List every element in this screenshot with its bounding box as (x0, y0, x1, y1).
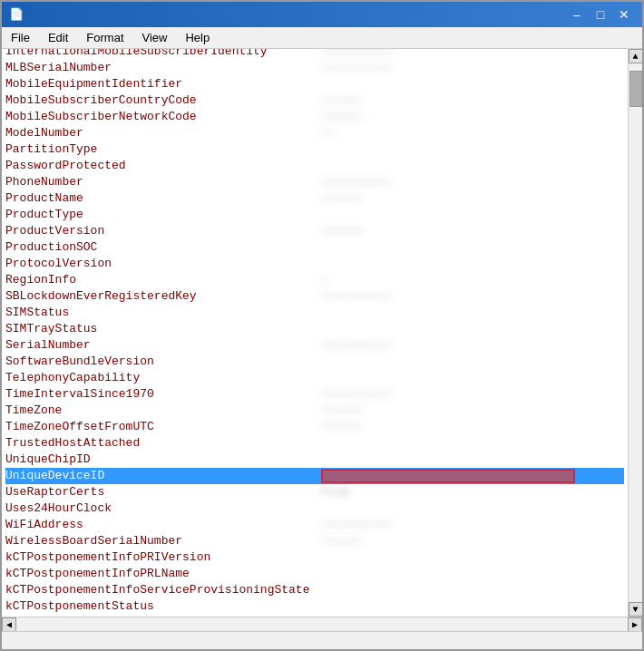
notepad-window: 📄 – □ ✕ File Edit Format View Help Inter… (0, 0, 644, 651)
line-key: MobileEquipmentIdentifier (5, 76, 314, 92)
line-key: PhoneNumber (5, 174, 314, 190)
line-key: SoftwareBundleVersion (5, 354, 314, 370)
text-line: TimeIntervalSince1970—————————— (5, 386, 624, 403)
line-value: —————————— (321, 49, 392, 60)
app-icon: 📄 (9, 7, 24, 22)
title-bar: 📄 – □ ✕ (2, 2, 642, 27)
line-key: kCTPostponementInfoServiceProvisioningSt… (5, 582, 314, 598)
line-key: SIMTrayStatus (5, 321, 314, 337)
line-value: —————— (321, 223, 364, 239)
line-value: —————— (321, 419, 364, 435)
line-value (321, 469, 575, 483)
maximize-button[interactable]: □ (590, 5, 611, 24)
line-key: SerialNumber (5, 337, 314, 354)
line-key: kCTPostponementInfoPRIVersion (5, 549, 314, 566)
line-key: kCTPostponementInfoPRLName (5, 566, 314, 582)
text-line: PasswordProtected (5, 158, 624, 174)
line-key: PartitionType (5, 141, 314, 158)
line-value: —————— (321, 190, 364, 207)
text-line: SIMTrayStatus (5, 321, 624, 337)
line-value: —————————— (321, 386, 392, 403)
menu-format[interactable]: Format (77, 29, 132, 46)
scroll-up-arrow[interactable]: ▲ (629, 49, 643, 63)
line-value: —————————— (321, 288, 392, 305)
scroll-thumb[interactable] (629, 71, 642, 107)
content-area: InternationalMobileSubscriberIdentity———… (2, 49, 642, 617)
text-line: ProductVersion—————— (5, 223, 624, 239)
text-line: ProductName—————— (5, 190, 624, 207)
line-value: —————————— (321, 174, 392, 190)
text-line: InternationalMobileSubscriberIdentity———… (5, 49, 624, 60)
line-value: true (321, 484, 349, 500)
text-line: MobileSubscriberNetworkCode—————— (5, 109, 624, 125)
text-area[interactable]: InternationalMobileSubscriberIdentity———… (2, 49, 628, 617)
text-line: WirelessBoardSerialNumber—————— (5, 533, 624, 549)
scroll-right-arrow[interactable]: ▶ (628, 617, 642, 632)
horizontal-scrollbar[interactable]: ◀ ▶ (2, 617, 642, 631)
line-value: —————————— (321, 517, 392, 533)
text-line: SBLockdownEverRegisteredKey—————————— (5, 288, 624, 305)
text-line: kCTPostponementInfoServiceProvisioningSt… (5, 582, 624, 598)
text-line: SIMStatus (5, 305, 624, 321)
line-key: MobileSubscriberCountryCode (5, 92, 314, 109)
title-bar-left: 📄 (9, 7, 29, 22)
line-value: —————— (321, 403, 364, 419)
vertical-scrollbar[interactable]: ▲ ▼ (628, 49, 642, 617)
line-key: kCTPostponementStatus (5, 598, 314, 615)
menu-edit[interactable]: Edit (39, 29, 77, 46)
text-line: ModelNumber—— (5, 125, 624, 141)
line-key: SIMStatus (5, 305, 314, 321)
line-key: ProtocolVersion (5, 256, 314, 272)
text-line: PhoneNumber—————————— (5, 174, 624, 190)
line-value: — (321, 272, 328, 288)
line-key: WirelessBoardSerialNumber (5, 533, 314, 549)
line-key: TimeZone (5, 403, 314, 419)
line-key: RegionInfo (5, 272, 314, 288)
text-line: MobileSubscriberCountryCode—————— (5, 92, 624, 109)
line-key: SBLockdownEverRegisteredKey (5, 288, 314, 305)
text-line: MLBSerialNumber—————————— (5, 60, 624, 76)
text-line: kCTPostponementInfoPRLName (5, 566, 624, 582)
line-key: ProductName (5, 190, 314, 207)
menu-bar: File Edit Format View Help (2, 27, 642, 49)
text-line: UniqueChipID (5, 452, 624, 468)
text-line: TimeZoneOffsetFromUTC—————— (5, 419, 624, 435)
line-key: InternationalMobileSubscriberIdentity (5, 49, 314, 60)
line-key: ProductVersion (5, 223, 314, 239)
minimize-button[interactable]: – (566, 5, 588, 24)
line-key: TrustedHostAttached (5, 435, 314, 452)
line-key: ProductionSOC (5, 239, 314, 256)
menu-view[interactable]: View (133, 29, 177, 46)
menu-file[interactable]: File (2, 29, 39, 46)
line-key: UseRaptorCerts (5, 484, 314, 500)
line-key: WiFiAddress (5, 517, 314, 533)
status-bar (2, 631, 642, 649)
line-key: Uses24HourClock (5, 500, 314, 517)
line-key: UniqueDeviceID (5, 468, 314, 484)
text-line: TimeZone—————— (5, 403, 624, 419)
line-value: —————— (321, 109, 364, 125)
line-key: MLBSerialNumber (5, 60, 314, 76)
line-key: TimeIntervalSince1970 (5, 386, 314, 403)
line-value: —————————— (321, 60, 392, 76)
text-line: UseRaptorCertstrue (5, 484, 624, 500)
close-button[interactable]: ✕ (613, 5, 635, 24)
line-key: MobileSubscriberNetworkCode (5, 109, 314, 125)
line-value: —————— (321, 92, 364, 109)
text-line: TelephonyCapability (5, 370, 624, 386)
text-line: RegionInfo— (5, 272, 624, 288)
scroll-down-arrow[interactable]: ▼ (629, 602, 643, 617)
text-line: MobileEquipmentIdentifier (5, 76, 624, 92)
text-line: SerialNumber—————————— (5, 337, 624, 354)
text-line: TrustedHostAttached (5, 435, 624, 452)
scroll-left-arrow[interactable]: ◀ (2, 617, 16, 632)
text-line: ProtocolVersion (5, 256, 624, 272)
line-value: —————————— (321, 337, 392, 354)
line-value: —— (321, 125, 336, 141)
line-key: ModelNumber (5, 125, 314, 141)
text-line: kCTPostponementInfoPRIVersion (5, 549, 624, 566)
line-key: ProductType (5, 207, 314, 223)
text-line: kCTPostponementStatus (5, 598, 624, 615)
line-key: TimeZoneOffsetFromUTC (5, 419, 314, 435)
menu-help[interactable]: Help (176, 29, 219, 46)
